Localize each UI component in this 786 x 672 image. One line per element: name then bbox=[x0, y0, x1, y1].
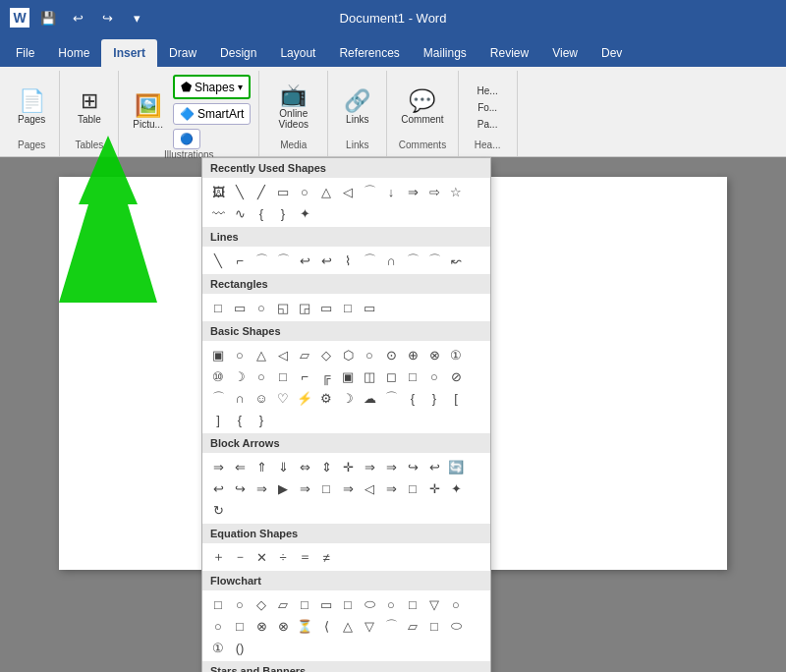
line-squig1[interactable]: ⌒ bbox=[403, 251, 422, 270]
ba-7[interactable]: ✛ bbox=[338, 457, 358, 476]
line-squig3[interactable]: ↜ bbox=[446, 251, 466, 270]
line-straight[interactable]: ╲ bbox=[208, 251, 228, 270]
tab-design[interactable]: Design bbox=[208, 39, 268, 67]
fc-4[interactable]: ▱ bbox=[273, 594, 293, 614]
bs-23[interactable]: ○ bbox=[424, 366, 444, 386]
undo-button[interactable]: ↩ bbox=[67, 7, 88, 28]
save-button[interactable]: 💾 bbox=[37, 7, 59, 28]
shape-brace1[interactable]: 〰 bbox=[208, 203, 228, 223]
rect-basic[interactable]: □ bbox=[208, 298, 228, 317]
fc-21[interactable]: ⌒ bbox=[381, 616, 401, 636]
ba-19[interactable]: ⇒ bbox=[338, 478, 358, 498]
pictures-button[interactable]: 🖼️ Pictu... bbox=[127, 91, 169, 134]
shape-img[interactable]: 🖼 bbox=[208, 182, 228, 201]
fc-23[interactable]: □ bbox=[424, 616, 444, 636]
bs-26[interactable]: ∩ bbox=[230, 388, 250, 408]
fc-18[interactable]: ⟨ bbox=[316, 616, 336, 636]
ba-12[interactable]: 🔄 bbox=[446, 457, 466, 476]
fc-24[interactable]: ⬭ bbox=[446, 616, 466, 636]
bs-24[interactable]: ⊘ bbox=[446, 366, 466, 386]
ba-9[interactable]: ⇒ bbox=[381, 457, 401, 476]
fc-15[interactable]: ⊗ bbox=[252, 616, 271, 636]
bs-19[interactable]: ▣ bbox=[338, 366, 358, 386]
fc-1[interactable]: □ bbox=[208, 594, 228, 614]
ba-15[interactable]: ⇒ bbox=[252, 478, 271, 498]
line-curve1[interactable]: ↩ bbox=[295, 251, 314, 270]
bs-11[interactable]: ⊗ bbox=[424, 345, 444, 364]
shape-rect[interactable]: ▭ bbox=[273, 182, 293, 201]
rect-rounded2[interactable]: ▭ bbox=[360, 298, 379, 317]
redo-button[interactable]: ↪ bbox=[96, 7, 118, 28]
ba-17[interactable]: ⇒ bbox=[295, 478, 314, 498]
shape-arrow-right[interactable]: ⇒ bbox=[403, 182, 422, 201]
line-double[interactable]: ∩ bbox=[381, 251, 401, 270]
rect-snip4[interactable]: □ bbox=[338, 298, 358, 317]
ba-1[interactable]: ⇒ bbox=[208, 457, 228, 476]
ba-3[interactable]: ⇑ bbox=[252, 457, 271, 476]
fc-7[interactable]: □ bbox=[338, 594, 358, 614]
shape-oval[interactable]: ○ bbox=[295, 182, 314, 201]
bs-6[interactable]: ◇ bbox=[316, 345, 336, 364]
pages-button[interactable]: 📄 Pages bbox=[12, 86, 51, 129]
ba-18[interactable]: □ bbox=[316, 478, 336, 498]
fc-10[interactable]: □ bbox=[403, 594, 422, 614]
fc-26[interactable]: () bbox=[230, 638, 250, 657]
bs-1[interactable]: ▣ bbox=[208, 345, 228, 364]
bs-33[interactable]: ⌒ bbox=[381, 388, 401, 408]
ba-2[interactable]: ⇐ bbox=[230, 457, 250, 476]
tab-home[interactable]: Home bbox=[46, 39, 101, 67]
rect-snip2[interactable]: ◲ bbox=[295, 298, 314, 317]
bs-37[interactable]: ] bbox=[208, 410, 228, 429]
eq-divide[interactable]: ÷ bbox=[273, 547, 293, 567]
links-button[interactable]: 🔗 Links bbox=[338, 86, 377, 129]
ba-4[interactable]: ⇓ bbox=[273, 457, 293, 476]
shape-brace3[interactable]: } bbox=[273, 203, 293, 223]
line-squig2[interactable]: ⌒ bbox=[424, 251, 444, 270]
shape-brace2[interactable]: { bbox=[252, 203, 271, 223]
bs-5[interactable]: ▱ bbox=[295, 345, 314, 364]
bs-22[interactable]: □ bbox=[403, 366, 422, 386]
ba-8[interactable]: ⇒ bbox=[360, 457, 379, 476]
bs-20[interactable]: ◫ bbox=[360, 366, 379, 386]
bs-28[interactable]: ♡ bbox=[273, 388, 293, 408]
shape-line1[interactable]: ╲ bbox=[230, 182, 250, 201]
eq-notequals[interactable]: ≠ bbox=[316, 547, 336, 567]
shape-arrow-down[interactable]: ↓ bbox=[381, 182, 401, 201]
bs-16[interactable]: □ bbox=[273, 366, 293, 386]
fc-5[interactable]: □ bbox=[295, 594, 314, 614]
eq-minus[interactable]: － bbox=[230, 547, 250, 567]
fc-3[interactable]: ◇ bbox=[252, 594, 271, 614]
ba-24[interactable]: ✦ bbox=[446, 478, 466, 498]
tab-draw[interactable]: Draw bbox=[157, 39, 208, 67]
fc-14[interactable]: □ bbox=[230, 616, 250, 636]
shape-tri[interactable]: △ bbox=[316, 182, 336, 201]
ba-13[interactable]: ↩ bbox=[208, 478, 228, 498]
fc-11[interactable]: ▽ bbox=[424, 594, 444, 614]
rect-rounded1[interactable]: ▭ bbox=[230, 298, 250, 317]
extra-btn-1[interactable]: 🔵 bbox=[173, 129, 200, 149]
bs-36[interactable]: [ bbox=[446, 388, 466, 408]
bs-32[interactable]: ☁ bbox=[360, 388, 379, 408]
fc-22[interactable]: ▱ bbox=[403, 616, 422, 636]
eq-times[interactable]: ✕ bbox=[252, 547, 271, 567]
bs-31[interactable]: ☽ bbox=[338, 388, 358, 408]
shape-wave[interactable]: ∿ bbox=[230, 203, 250, 223]
header-btn-2[interactable]: Fo... bbox=[474, 100, 501, 115]
fc-6[interactable]: ▭ bbox=[316, 594, 336, 614]
ba-5[interactable]: ⇔ bbox=[295, 457, 314, 476]
shape-line2[interactable]: ╱ bbox=[252, 182, 271, 201]
ba-20[interactable]: ◁ bbox=[360, 478, 379, 498]
tab-insert[interactable]: Insert bbox=[101, 39, 157, 67]
ba-6[interactable]: ⇕ bbox=[316, 457, 336, 476]
fc-25[interactable]: ① bbox=[208, 638, 228, 657]
comment-button[interactable]: 💬 Comment bbox=[395, 86, 449, 129]
line-arc[interactable]: ⌒ bbox=[360, 251, 379, 270]
fc-2[interactable]: ○ bbox=[230, 594, 250, 614]
bs-9[interactable]: ⊙ bbox=[381, 345, 401, 364]
smartart-button[interactable]: 🔷 SmartArt bbox=[173, 103, 251, 125]
line-angle3[interactable]: ⌒ bbox=[273, 251, 293, 270]
ba-11[interactable]: ↩ bbox=[424, 457, 444, 476]
shape-curve1[interactable]: ⌒ bbox=[360, 182, 379, 201]
bs-7[interactable]: ⬡ bbox=[338, 345, 358, 364]
fc-20[interactable]: ▽ bbox=[360, 616, 379, 636]
